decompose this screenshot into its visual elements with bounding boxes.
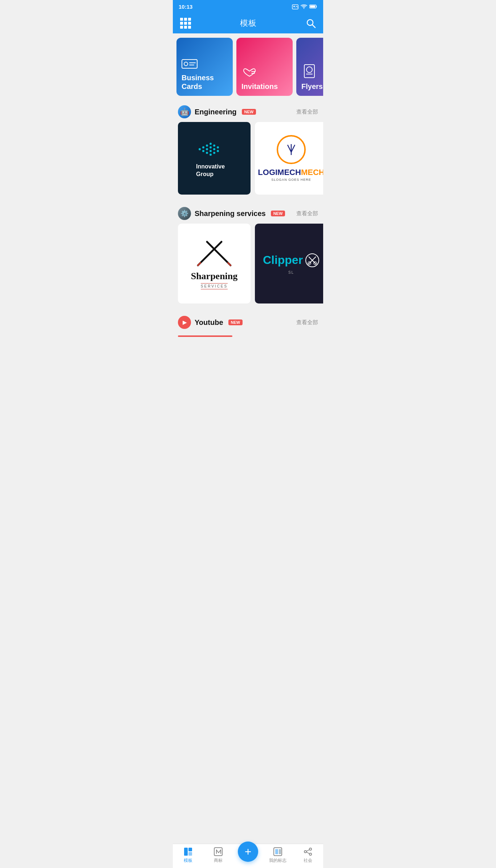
sharpening-view-all[interactable]: 查看全部 <box>296 210 318 217</box>
youtube-new-badge: NEW <box>228 319 243 325</box>
youtube-view-all[interactable]: 查看全部 <box>296 319 318 326</box>
logimech-tools-svg <box>282 140 300 159</box>
svg-line-5 <box>312 25 315 28</box>
status-icons <box>292 4 317 9</box>
sharpening-section-header: ⚙️ Sharpening services NEW 查看全部 <box>173 207 323 224</box>
category-invitations[interactable]: Invitations <box>236 38 293 96</box>
sharpening-section: ⚙️ Sharpening services NEW 查看全部 Sharpeni… <box>173 202 323 311</box>
clipper-text: Clipper <box>263 253 303 267</box>
engineering-avatar: 🤖 <box>178 105 191 118</box>
sharpening-blades-svg <box>192 238 236 267</box>
engineering-section: 🤖 Engineering NEW 查看全部 <box>173 100 323 202</box>
logimech-circle-icon <box>277 135 306 164</box>
svg-point-15 <box>199 148 201 150</box>
clipper-card[interactable]: Clipper SL <box>255 224 323 303</box>
category-business-cards[interactable]: Business Cards <box>176 38 233 96</box>
svg-line-31 <box>288 145 291 152</box>
svg-point-16 <box>202 146 204 148</box>
heart-invitation-icon <box>241 67 288 81</box>
youtube-section-header: ▶ Youtube NEW 查看全部 <box>173 316 323 333</box>
svg-point-24 <box>210 154 212 156</box>
svg-point-20 <box>206 152 208 154</box>
svg-point-21 <box>210 143 212 145</box>
svg-point-7 <box>184 62 188 66</box>
search-icon[interactable] <box>306 18 316 28</box>
youtube-title: Youtube <box>195 318 223 327</box>
logimech-slogan: SLOGAN GOES HERE <box>271 178 311 182</box>
innovative-group-card[interactable]: InnovativeGroup <box>178 122 251 195</box>
sharpening-new-badge: NEW <box>271 211 285 216</box>
engineering-view-all[interactable]: 查看全部 <box>296 109 318 115</box>
battery-icon <box>309 4 317 9</box>
sharpening-services-card[interactable]: Sharpening SERVICES <box>178 224 251 303</box>
svg-point-22 <box>210 146 212 148</box>
business-card-icon <box>182 58 228 72</box>
logimech-name: LOGIMECHMECH <box>258 168 323 177</box>
svg-point-27 <box>213 152 215 154</box>
flyer-icon <box>301 64 323 81</box>
sharpening-sub: SERVICES <box>201 283 228 289</box>
svg-point-19 <box>206 148 208 150</box>
svg-point-28 <box>217 146 219 148</box>
youtube-avatar: ▶ <box>178 316 191 329</box>
category-scroll: Business Cards Invitations Flyers <box>173 33 323 100</box>
flyers-label: Flyers <box>301 82 323 91</box>
clipper-logo-svg <box>305 253 320 268</box>
invitations-label: Invitations <box>241 82 288 91</box>
svg-point-1 <box>293 6 295 7</box>
svg-rect-3 <box>310 5 315 8</box>
svg-point-23 <box>210 150 212 152</box>
svg-line-36 <box>228 263 231 265</box>
sharpening-avatar: ⚙️ <box>178 207 191 220</box>
svg-point-26 <box>213 148 215 150</box>
category-flyers[interactable]: Flyers <box>296 38 323 96</box>
svg-point-25 <box>213 144 215 147</box>
svg-line-34 <box>198 263 200 265</box>
clipper-sub: SL <box>288 270 294 274</box>
page-title: 模板 <box>240 18 257 29</box>
gallery-icon <box>292 4 298 9</box>
svg-point-17 <box>202 150 204 152</box>
youtube-section: ▶ Youtube NEW 查看全部 <box>173 311 323 337</box>
engineering-title: Engineering <box>195 108 237 116</box>
business-cards-label: Business Cards <box>182 73 228 91</box>
innovative-group-logo-svg <box>196 138 232 160</box>
app-header: 模板 <box>173 13 323 33</box>
svg-point-29 <box>217 150 219 152</box>
sharpening-company-name: Sharpening <box>191 271 238 282</box>
svg-point-18 <box>206 144 208 147</box>
svg-line-32 <box>291 145 295 152</box>
sharpening-title: Sharpening services <box>195 209 266 218</box>
engineering-new-badge: NEW <box>242 109 256 115</box>
engineering-card-scroll: InnovativeGroup LOGIMECHMECH SLOGAN GOES… <box>173 122 323 200</box>
status-time: 10:13 <box>179 4 192 10</box>
sharpening-card-scroll: Sharpening SERVICES Clipper <box>173 224 323 309</box>
status-bar: 10:13 <box>173 0 323 13</box>
logimech-card[interactable]: LOGIMECHMECH SLOGAN GOES HERE <box>255 122 323 195</box>
menu-grid-icon[interactable] <box>180 18 191 29</box>
innovative-group-name: InnovativeGroup <box>196 163 225 178</box>
wifi-icon <box>301 4 307 9</box>
engineering-section-header: 🤖 Engineering NEW 查看全部 <box>173 105 323 122</box>
svg-point-13 <box>306 67 312 73</box>
